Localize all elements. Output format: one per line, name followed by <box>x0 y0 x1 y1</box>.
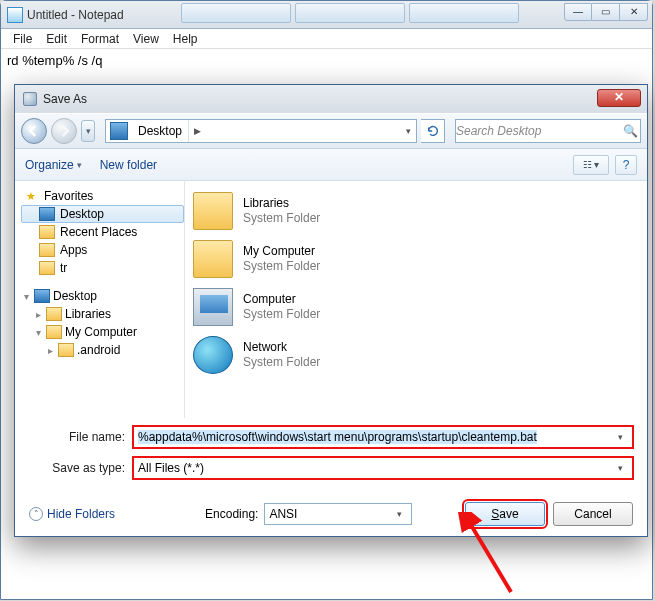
search-placeholder: Search Desktop <box>456 124 620 138</box>
save-form: File name: %appdata%\microsoft\windows\s… <box>15 418 647 496</box>
expand-icon[interactable]: ▸ <box>33 309 43 320</box>
computer-icon <box>193 288 233 326</box>
saveas-titlebar[interactable]: Save As ✕ <box>15 85 647 113</box>
sidebar-item-tr[interactable]: tr <box>21 259 184 277</box>
folder-icon <box>39 243 55 257</box>
refresh-button[interactable] <box>421 119 445 143</box>
desktop-icon <box>39 207 55 221</box>
notepad-titlebar[interactable]: Untitled - Notepad — ▭ ✕ <box>1 1 652 29</box>
notepad-menubar: File Edit Format View Help <box>1 29 652 49</box>
search-icon: 🔍 <box>620 124 640 138</box>
breadcrumb-dropdown[interactable]: ▾ <box>400 120 416 142</box>
network-icon <box>193 336 233 374</box>
star-icon: ★ <box>23 189 39 203</box>
expand-icon[interactable]: ▾ <box>33 327 43 338</box>
folder-icon <box>46 325 62 339</box>
body: ★ Favorites Desktop Recent Places Apps t… <box>15 181 647 418</box>
list-item[interactable]: LibrariesSystem Folder <box>193 187 639 235</box>
folder-icon <box>58 343 74 357</box>
favorites-header[interactable]: ★ Favorites <box>23 189 184 203</box>
filename-label: File name: <box>29 430 133 444</box>
chevron-down-icon: ▾ <box>77 160 82 170</box>
new-folder-button[interactable]: New folder <box>100 158 157 172</box>
sidebar-item-desktop[interactable]: Desktop <box>21 205 184 223</box>
libraries-icon <box>193 192 233 230</box>
saveas-title: Save As <box>43 92 87 106</box>
expand-icon[interactable]: ▸ <box>45 345 55 356</box>
breadcrumb-location[interactable]: Desktop <box>132 120 189 142</box>
view-options-button[interactable]: ☷ ▾ <box>573 155 609 175</box>
address-bar-row: ▾ Desktop ▶ ▾ Search Desktop 🔍 <box>15 113 647 149</box>
hide-folders-button[interactable]: ˄Hide Folders <box>29 507 115 521</box>
saveas-icon <box>23 92 37 106</box>
desktop-icon <box>34 289 50 303</box>
toolbar: Organize▾ New folder ☷ ▾ ? <box>15 149 647 181</box>
notepad-text-area[interactable]: rd %temp% /s /q <box>1 49 652 72</box>
save-as-dialog: Save As ✕ ▾ Desktop ▶ ▾ Search Desktop 🔍… <box>14 84 648 537</box>
file-list-pane[interactable]: LibrariesSystem Folder My ComputerSystem… <box>185 181 647 418</box>
chevron-down-icon[interactable]: ▾ <box>612 432 628 442</box>
forward-button[interactable] <box>51 118 77 144</box>
encoding-select[interactable]: ANSI▾ <box>264 503 412 525</box>
navigation-pane[interactable]: ★ Favorites Desktop Recent Places Apps t… <box>15 181 185 418</box>
task-stub <box>181 3 291 23</box>
folder-icon <box>46 307 62 321</box>
tree-desktop[interactable]: ▾Desktop <box>21 287 184 305</box>
window-controls: — ▭ ✕ <box>564 3 648 21</box>
minimize-button[interactable]: — <box>564 3 592 21</box>
task-stub <box>295 3 405 23</box>
menu-edit[interactable]: Edit <box>40 30 73 48</box>
list-item[interactable]: NetworkSystem Folder <box>193 331 639 379</box>
task-stub <box>409 3 519 23</box>
cancel-button[interactable]: Cancel <box>553 502 633 526</box>
search-input[interactable]: Search Desktop 🔍 <box>455 119 641 143</box>
notepad-content: rd %temp% /s /q <box>7 53 102 68</box>
close-button[interactable]: ✕ <box>597 89 641 107</box>
desktop-icon <box>110 122 128 140</box>
menu-format[interactable]: Format <box>75 30 125 48</box>
help-button[interactable]: ? <box>615 155 637 175</box>
maximize-button[interactable]: ▭ <box>592 3 620 21</box>
folder-icon <box>39 261 55 275</box>
notepad-title: Untitled - Notepad <box>27 8 124 22</box>
saveastype-label: Save as type: <box>29 461 133 475</box>
user-folder-icon <box>193 240 233 278</box>
menu-file[interactable]: File <box>7 30 38 48</box>
menu-help[interactable]: Help <box>167 30 204 48</box>
saveastype-select[interactable]: All Files (*.*)▾ <box>133 457 633 479</box>
nav-history-dropdown[interactable]: ▾ <box>81 120 95 142</box>
bottom-bar: ˄Hide Folders Encoding: ANSI▾ Save Cance… <box>15 496 647 538</box>
expand-icon[interactable]: ▾ <box>21 291 31 302</box>
tree-my-computer[interactable]: ▾My Computer <box>21 323 184 341</box>
tree-android[interactable]: ▸.android <box>21 341 184 359</box>
encoding-label: Encoding: <box>205 507 258 521</box>
save-button[interactable]: Save <box>465 502 545 526</box>
organize-menu[interactable]: Organize▾ <box>25 158 82 172</box>
list-item[interactable]: ComputerSystem Folder <box>193 283 639 331</box>
chevron-down-icon[interactable]: ▾ <box>612 463 628 473</box>
close-button[interactable]: ✕ <box>620 3 648 21</box>
breadcrumb[interactable]: Desktop ▶ ▾ <box>105 119 417 143</box>
back-button[interactable] <box>21 118 47 144</box>
filename-input[interactable]: %appdata%\microsoft\windows\start menu\p… <box>133 426 633 448</box>
list-item[interactable]: My ComputerSystem Folder <box>193 235 639 283</box>
menu-view[interactable]: View <box>127 30 165 48</box>
chevron-down-icon[interactable]: ▾ <box>391 509 407 519</box>
recent-icon <box>39 225 55 239</box>
sidebar-item-apps[interactable]: Apps <box>21 241 184 259</box>
chevron-up-icon: ˄ <box>29 507 43 521</box>
notepad-icon <box>7 7 23 23</box>
taskbar-stubs <box>181 3 519 23</box>
sidebar-item-recent-places[interactable]: Recent Places <box>21 223 184 241</box>
tree-libraries[interactable]: ▸Libraries <box>21 305 184 323</box>
chevron-right-icon[interactable]: ▶ <box>189 120 205 142</box>
